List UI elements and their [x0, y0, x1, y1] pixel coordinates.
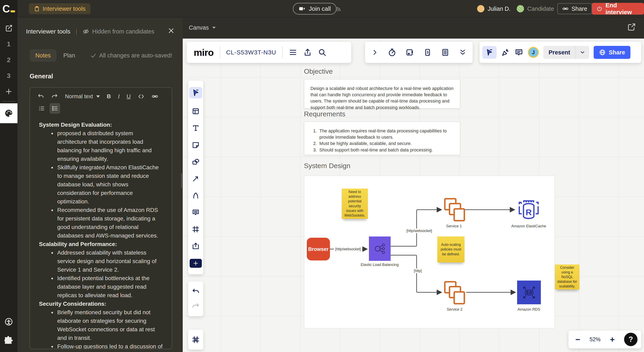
templates-tool[interactable]: [188, 107, 203, 115]
help-button[interactable]: ?: [624, 333, 638, 346]
miro-share-button[interactable]: Share: [594, 46, 630, 59]
tab-notes[interactable]: Notes: [30, 49, 56, 62]
interviewer-tools-button[interactable]: Interviewer tools: [29, 3, 90, 14]
miro-header-card: miro CL-S53W3T-N3U: [187, 42, 351, 63]
miro-board[interactable]: miro CL-S53W3T-N3U 3 J Present: [183, 38, 644, 352]
objective-card[interactable]: Design a scalable and robust architectur…: [304, 79, 460, 108]
ordered-list-button[interactable]: 123: [36, 103, 47, 114]
menu-icon[interactable]: [289, 48, 297, 57]
share-button[interactable]: Share: [557, 3, 592, 14]
notes-doc-icon[interactable]: [441, 48, 450, 57]
zoom-in-button[interactable]: +: [607, 335, 618, 344]
search-icon[interactable]: [318, 48, 326, 57]
comments-icon[interactable]: [514, 48, 524, 57]
rail-pad-2[interactable]: 2: [0, 52, 18, 68]
visibility-note: Hidden from candidates: [82, 28, 154, 35]
zoom-out-button[interactable]: −: [572, 335, 583, 344]
system-design-frame[interactable]: Browser Elastic Load Balancing Service 1: [304, 176, 555, 328]
settings-button[interactable]: [0, 335, 18, 344]
close-panel-button[interactable]: [168, 27, 174, 34]
more-tools-button[interactable]: [188, 259, 203, 268]
panel-scrollbar[interactable]: [181, 173, 182, 188]
logo-underscore: [10, 10, 15, 12]
user-avatar[interactable]: J: [528, 47, 539, 58]
undo-icon[interactable]: [192, 288, 200, 296]
system-design-heading[interactable]: System Design: [304, 162, 350, 170]
chevron-right-icon[interactable]: [371, 49, 378, 56]
accessibility-button[interactable]: [0, 318, 18, 326]
requirement-item: Must be highly available, scalable, and …: [318, 140, 456, 146]
select-tool-active[interactable]: [188, 87, 203, 98]
reactions-icon[interactable]: [501, 48, 510, 57]
redo-icon-disabled[interactable]: [192, 302, 200, 310]
node-elasticache-icon[interactable]: R: [516, 197, 541, 222]
link-icon[interactable]: [152, 93, 158, 100]
elb-icon: [372, 241, 388, 256]
bullet-list-button-active[interactable]: [50, 103, 60, 114]
participant-name: Candidate: [527, 6, 554, 12]
tab-plan[interactable]: Plan: [56, 49, 82, 62]
rail-pad-3[interactable]: 3: [0, 68, 18, 84]
notes-section-title: Security Considerations:: [39, 300, 164, 308]
zoom-level[interactable]: 52%: [590, 336, 600, 343]
notes-bullet: proposed a distributed system architectu…: [56, 129, 164, 163]
notes-bullet: Briefly mentioned security but did not e…: [56, 308, 164, 342]
notes-list: Briefly mentioned security but did not e…: [44, 308, 164, 349]
text-tool[interactable]: [188, 124, 203, 132]
join-call-button[interactable]: Join call: [293, 3, 336, 14]
notes-content[interactable]: System Design Evaluation: proposed a dis…: [30, 117, 172, 349]
coderpad-logo[interactable]: C: [0, 0, 18, 18]
participant-interviewer[interactable]: Julian D.: [477, 0, 510, 18]
requirement-item: Should support both real-time and batch …: [318, 147, 456, 153]
estimation-card-icon[interactable]: 3: [423, 48, 432, 57]
end-interview-button[interactable]: End interview: [592, 3, 644, 14]
present-dropdown[interactable]: [576, 49, 589, 56]
board-name[interactable]: CL-S53W3T-N3U: [226, 49, 276, 56]
frames-panel-button[interactable]: [188, 330, 203, 350]
miro-logo[interactable]: miro: [194, 47, 214, 58]
upload-tool[interactable]: [188, 242, 203, 250]
underline-button[interactable]: U: [127, 93, 131, 100]
timer-icon[interactable]: [388, 48, 396, 57]
node-elastic-load-balancing[interactable]: [369, 236, 390, 261]
whiteboard-tab-active[interactable]: [0, 103, 18, 123]
canvas-dropdown[interactable]: Canvas: [189, 24, 216, 31]
connection-quality-icon[interactable]: [334, 5, 343, 13]
node-service1-icon[interactable]: [443, 198, 466, 222]
shapes-tool[interactable]: [188, 158, 203, 166]
node-browser[interactable]: Browser: [307, 238, 330, 260]
notes-bullet: Follow-up questions led to a discussion …: [56, 342, 164, 349]
notes-editor[interactable]: Normal text B I U 123 System Design Eval…: [30, 87, 172, 349]
node-amazon-rds[interactable]: [517, 280, 541, 304]
open-in-new-icon[interactable]: [627, 23, 636, 32]
add-pad-button[interactable]: [0, 84, 18, 100]
sticky-note[interactable]: Auto-scaling policies must be defined.: [437, 236, 464, 262]
redo-icon[interactable]: [51, 93, 58, 100]
cursor-follow-button-active[interactable]: [482, 46, 496, 59]
code-icon[interactable]: [138, 93, 144, 100]
undo-icon[interactable]: [37, 93, 44, 100]
connector-tool[interactable]: [188, 174, 203, 183]
comment-tool[interactable]: [188, 208, 203, 216]
sticky-note[interactable]: Need to address potential security issue…: [342, 188, 368, 219]
screen-share-icon[interactable]: [406, 48, 414, 57]
new-pad-button[interactable]: [0, 20, 18, 36]
node-service2-icon[interactable]: [443, 280, 466, 305]
sticky-note-tool[interactable]: [188, 141, 203, 149]
bold-button[interactable]: B: [107, 93, 111, 100]
double-chevron-down-icon[interactable]: [459, 48, 466, 56]
notes-list: Addressed scalability with stateless ser…: [44, 248, 164, 300]
cursor-icon: [192, 89, 200, 97]
objective-heading[interactable]: Objective: [304, 68, 333, 75]
requirements-card[interactable]: The application requires real-time data …: [304, 122, 460, 155]
export-icon[interactable]: [303, 48, 312, 57]
requirements-heading[interactable]: Requrements: [304, 110, 345, 118]
sticky-note[interactable]: Consider using a NoSQL database for scal…: [555, 264, 580, 290]
text-style-dropdown[interactable]: Normal text: [65, 94, 100, 100]
pen-tool[interactable]: [188, 192, 203, 200]
present-button[interactable]: Present: [543, 46, 589, 59]
rail-pad-1[interactable]: 1: [0, 36, 18, 52]
italic-button[interactable]: I: [118, 93, 120, 100]
participant-candidate[interactable]: Candidate: [517, 0, 554, 18]
frame-tool[interactable]: [188, 225, 203, 233]
